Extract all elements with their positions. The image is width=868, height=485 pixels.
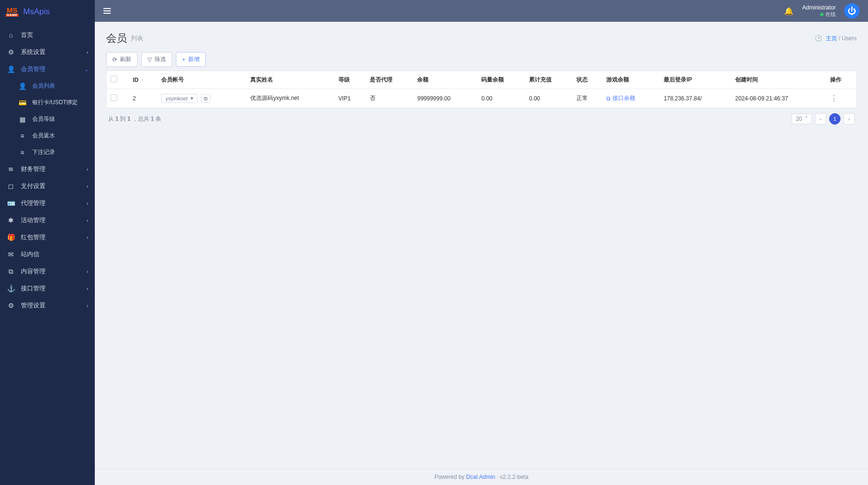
- footer: Powered by Dcat Admin · v2.2.2-beta: [95, 468, 868, 485]
- filter-button[interactable]: ▽ 筛选: [141, 52, 172, 67]
- page-prev[interactable]: ‹: [815, 113, 826, 125]
- menu-icon: [103, 8, 111, 14]
- sidebar-item-11[interactable]: ⚙管理设置›: [0, 297, 95, 314]
- sidebar-label: 代理管理: [21, 199, 46, 207]
- sidebar-label: 首页: [21, 31, 33, 39]
- table-row: 2yxymknet ▾ ⧉优选源码yxymk.netVIP1否99999999.…: [107, 89, 856, 108]
- th-6: 余额: [413, 71, 477, 89]
- chevron-right-icon: ›: [87, 286, 88, 291]
- sidebar-item-4[interactable]: ◻支付设置›: [0, 178, 95, 195]
- toolbar: ⟳ 刷新 ▽ 筛选 + 新增: [106, 52, 857, 67]
- db-icon: ≋: [7, 165, 15, 173]
- cell-realname: 优选源码yxymk.net: [247, 89, 334, 108]
- sidebar-sub-2-4[interactable]: ≡下注记录: [4, 144, 95, 161]
- power-icon: ⏻: [848, 6, 856, 16]
- breadcrumb: 🕑 主页 / Users: [815, 35, 857, 43]
- avatar[interactable]: ⏻: [844, 3, 859, 18]
- checkbox-all[interactable]: [110, 76, 117, 82]
- page-next[interactable]: ›: [843, 113, 855, 125]
- cell-id: 2: [129, 89, 157, 108]
- sidebar-item-1[interactable]: ⚙系统设置›: [0, 44, 95, 61]
- sidebar-label: 会员管理: [21, 65, 46, 73]
- sidebar-label: 支付设置: [21, 182, 46, 190]
- add-button[interactable]: + 新增: [176, 52, 206, 67]
- sidebar-item-9[interactable]: ⧉内容管理›: [0, 263, 95, 280]
- checkbox-row[interactable]: [110, 94, 117, 101]
- sidebar-item-10[interactable]: ⚓接口管理›: [0, 280, 95, 297]
- page-1[interactable]: 1: [829, 113, 841, 125]
- user-meta[interactable]: Administrator 在线: [802, 4, 836, 18]
- sidebar-label: 内容管理: [21, 267, 46, 276]
- sidebar-label: 财务管理: [21, 165, 46, 173]
- sidebar-sub-2-3[interactable]: ≡会员返水: [4, 127, 95, 144]
- chevron-right-icon: ›: [87, 201, 88, 206]
- user-icon: 👤: [7, 65, 15, 73]
- gift-icon: 🎁: [7, 234, 15, 241]
- cell-recharge: 0.00: [525, 89, 573, 108]
- sidebar-item-6[interactable]: ✱活动管理›: [0, 212, 95, 229]
- card-icon: 💳: [18, 99, 27, 107]
- sidebar-toggle[interactable]: [103, 8, 111, 14]
- sidebar-sub-2-1[interactable]: 💳银行卡/USDT绑定: [4, 94, 95, 111]
- brand-logo: MS GAME: [6, 7, 18, 17]
- cell-code-balance: 0.00: [477, 89, 525, 108]
- lines-icon: ≡: [18, 149, 27, 156]
- sidebar-item-0[interactable]: ⌂首页: [0, 27, 95, 44]
- sidebar-item-7[interactable]: 🎁红包管理›: [0, 229, 95, 246]
- sidebar-sub-2-0[interactable]: 👤会员列表: [4, 78, 95, 94]
- account-dropdown[interactable]: yxymknet ▾: [161, 94, 197, 103]
- th-11: 最后登录IP: [660, 71, 731, 89]
- cell-agent: 否: [366, 89, 414, 108]
- row-actions[interactable]: ⋮: [830, 94, 838, 102]
- sidebar-item-5[interactable]: 🪪代理管理›: [0, 195, 95, 212]
- chevron-right-icon: ›: [87, 167, 88, 172]
- sidebar-sub-2-2[interactable]: ▦会员等级: [4, 111, 95, 127]
- breadcrumb-home[interactable]: 主页: [826, 35, 837, 42]
- th-7: 码量余额: [477, 71, 525, 89]
- footer-product-link[interactable]: Dcat Admin: [466, 474, 495, 480]
- th-3: 真实姓名: [247, 71, 334, 89]
- table-card: ID ↑会员帐号真实姓名等级是否代理余额码量余额累计充值状态游戏余额最后登录IP…: [106, 71, 857, 108]
- user-status: 在线: [802, 11, 836, 18]
- bell-icon[interactable]: 🔔: [784, 7, 794, 16]
- pagination-summary: 从 1 到 1 ，总共 1 条: [108, 115, 161, 123]
- star-icon: ✱: [7, 216, 15, 224]
- game-balance-link[interactable]: ⧉接口余额: [606, 94, 635, 102]
- user-name: Administrator: [802, 4, 836, 11]
- lines-icon: ≡: [18, 132, 27, 140]
- chevron-right-icon: ›: [87, 269, 88, 274]
- brand-logo-top: MS: [7, 7, 18, 14]
- th-1[interactable]: ID ↑: [129, 71, 157, 89]
- page-title: 会员: [106, 31, 127, 45]
- page-size-select[interactable]: 20 ˄: [792, 114, 812, 124]
- copy-icon[interactable]: ⧉: [201, 94, 210, 103]
- copy-icon: ⧉: [606, 95, 611, 102]
- cell-balance: 99999999.00: [413, 89, 477, 108]
- brand-name: MsApis: [23, 7, 50, 17]
- plus-icon: +: [182, 56, 185, 63]
- gear-icon: ⚙: [7, 302, 15, 309]
- sidebar-item-8[interactable]: ✉站内信: [0, 246, 95, 263]
- th-8: 累计充值: [525, 71, 573, 89]
- sidebar-label: 活动管理: [21, 216, 46, 225]
- sidebar-item-3[interactable]: ≋财务管理›: [0, 161, 95, 178]
- filter-icon: ▽: [147, 56, 152, 63]
- bookmark-icon: ◻: [7, 182, 15, 190]
- brand[interactable]: MS GAME MsApis: [0, 0, 95, 24]
- refresh-button[interactable]: ⟳ 刷新: [106, 52, 137, 67]
- copy-icon: ⧉: [7, 268, 15, 276]
- page-head: 会员 列表 🕑 主页 / Users: [106, 31, 857, 45]
- sidebar-label: 接口管理: [21, 284, 46, 293]
- members-table: ID ↑会员帐号真实姓名等级是否代理余额码量余额累计充值状态游戏余额最后登录IP…: [107, 71, 856, 108]
- topbar: 🔔 Administrator 在线 ⏻: [95, 0, 868, 22]
- chevron-up-icon: ˄: [805, 116, 808, 122]
- th-0[interactable]: [107, 71, 129, 89]
- grid-icon: ▦: [18, 116, 27, 123]
- home-icon: ⌂: [7, 31, 15, 39]
- anchor-icon: ⚓: [7, 285, 15, 292]
- sidebar-item-2[interactable]: 👤会员管理⌄: [0, 61, 95, 78]
- chevron-right-icon: ›: [87, 184, 88, 189]
- sidebar-label: 管理设置: [21, 301, 46, 310]
- page-subtitle: 列表: [131, 34, 143, 43]
- brand-logo-bottom: GAME: [6, 14, 18, 17]
